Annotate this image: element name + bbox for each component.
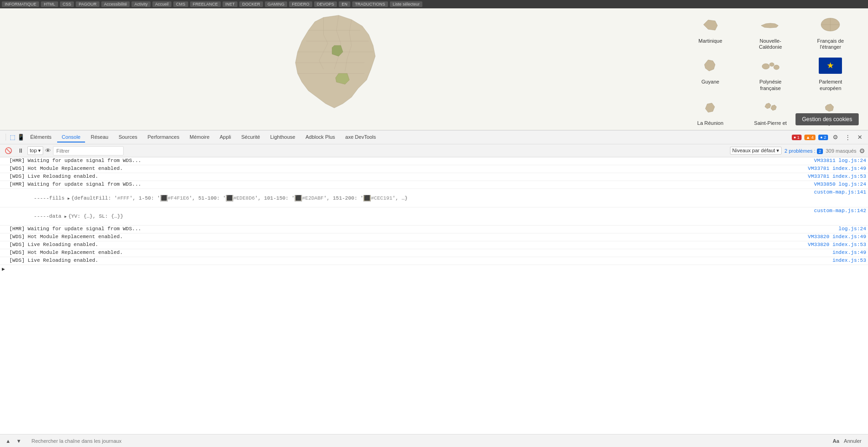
device-icon[interactable]: 📱 [17,134,25,141]
info-badge: ● 2 [818,135,828,140]
console-cursor-line[interactable]: ▶ [0,265,868,273]
tab-memoire[interactable]: Mémoire [185,132,214,143]
saint-pierre-label: Saint-Pierre et [754,120,787,126]
browser-tab[interactable]: Activity [132,1,151,7]
console-toolbar: 🚫 ⏸ top ▾ 👁 Niveaux par défaut ▾ 2 probl… [0,144,868,157]
context-selector[interactable]: top ▾ [27,146,43,155]
devtools-icons-group: ⬚ 📱 [6,134,25,141]
browser-tab[interactable]: PAGOUR [76,1,99,7]
search-up-button[interactable]: ▲ [4,437,13,445]
console-line-link[interactable]: index.js:53 [832,258,866,263]
browser-tab[interactable]: INET [223,1,238,7]
tab-elements[interactable]: Éléments [26,132,56,143]
eye-icon[interactable]: 👁 [45,147,51,154]
tab-sources[interactable]: Sources [114,132,142,143]
search-down-button[interactable]: ▼ [14,437,23,445]
expand-icon[interactable]: ▶ [65,214,67,219]
browser-tab[interactable]: CSS [60,1,74,7]
match-case-button[interactable]: Aa [833,438,839,444]
page-content: Martinique Nouvelle-Calédonie Français d… [0,8,868,130]
france-map-section [0,8,673,130]
console-line-link[interactable]: VM33820 index.js:53 [808,242,866,247]
tab-axe[interactable]: axe DevTools [341,132,381,143]
tab-lighthouse[interactable]: Lighthouse [266,132,300,143]
martinique-icon [697,13,724,36]
tab-securite[interactable]: Sécurité [237,132,264,143]
browser-tab[interactable]: DOCKER [239,1,263,7]
console-line-link[interactable]: log.js:24 [839,226,866,232]
console-line-link[interactable]: VM33781 index.js:49 [808,166,866,171]
eu-flag-icon [816,54,844,77]
console-line: [WDS] Hot Module Replacement enabled. in… [0,249,868,257]
nouvelle-caledonie-label: Nouvelle-Calédonie [759,38,782,50]
cookie-banner[interactable]: Gestion des cookies [796,113,859,125]
console-line-link[interactable]: custom-map.js:142 [814,208,866,214]
tab-performances[interactable]: Performances [143,132,184,143]
browser-tab[interactable]: Accueil [152,1,171,7]
region-la-reunion[interactable]: La Réunion [682,95,738,126]
console-line: [HMR] Waiting for update signal from WDS… [0,157,868,165]
console-line: [HMR] Waiting for update signal from WDS… [0,181,868,189]
devtools-panel: ⬚ 📱 Éléments Console Réseau Sources Perf… [0,130,868,447]
svg-point-4 [769,63,774,66]
console-line: [HMR] Waiting for update signal from WDS… [0,226,868,233]
region-martinique[interactable]: Martinique [682,13,738,50]
problems-badge: 2 [817,149,823,154]
console-line-text: [WDS] Live Reloading enabled. [9,174,803,179]
region-polynesie[interactable]: Polynésiefrançaise [742,54,798,91]
settings-icon[interactable]: ⚙ [831,133,840,142]
browser-tab[interactable]: Liste sélecteur [390,1,422,7]
browser-tab[interactable]: FREELANCE [190,1,221,7]
console-line-text: -----fills ▶{defaultFill: '#FFF', 1-50: … [9,189,809,207]
console-line-link[interactable]: VM33811 log.js:24 [814,158,866,163]
console-line-fills: -----fills ▶{defaultFill: '#FFF', 1-50: … [0,189,868,207]
browser-tab[interactable]: GAMING [265,1,288,7]
browser-tab[interactable]: Accessibilité [101,1,130,7]
browser-tab[interactable]: FEDERO [289,1,312,7]
console-line-text: [WDS] Hot Module Replacement enabled. [9,250,828,255]
console-line-text: [HMR] Waiting for update signal from WDS… [9,226,834,232]
console-line-link[interactable]: index.js:49 [832,250,866,255]
console-line-link[interactable]: custom-map.js:141 [814,189,866,195]
console-filter-input[interactable] [53,146,124,155]
console-line-link[interactable]: VM33850 log.js:24 [814,181,866,187]
polynesie-label: Polynésiefrançaise [759,79,782,91]
browser-tab[interactable]: CMS [173,1,188,7]
close-devtools-icon[interactable]: ✕ [855,133,864,142]
region-guyane[interactable]: Guyane [682,54,738,91]
tab-console[interactable]: Console [57,132,85,143]
pause-icon[interactable]: ⏸ [16,146,26,155]
expand-icon[interactable]: ▶ [67,196,70,201]
tab-adblock[interactable]: Adblock Plus [301,132,340,143]
inspect-icon[interactable]: ⬚ [10,134,15,141]
france-map [262,9,411,130]
region-nouvelle-caledonie[interactable]: Nouvelle-Calédonie [742,13,798,50]
console-line: [WDS] Hot Module Replacement enabled. VM… [0,165,868,173]
console-line: [WDS] Live Reloading enabled. VM33820 in… [0,241,868,249]
console-search-input[interactable] [27,434,829,447]
clear-console-icon[interactable]: 🚫 [3,146,14,155]
console-line-link[interactable]: VM33820 index.js:49 [808,234,866,240]
console-line-text: [HMR] Waiting for update signal from WDS… [9,158,809,163]
browser-tab[interactable]: EN [339,1,350,7]
cancel-search-button[interactable]: Annuler [841,437,864,445]
tab-reseau[interactable]: Réseau [86,132,113,143]
tab-appli[interactable]: Appli [215,132,236,143]
console-line-link[interactable]: VM33781 index.js:53 [808,174,866,179]
browser-tab[interactable]: TRADUCTIONS [352,1,388,7]
region-francais-etranger[interactable]: Français del'étranger [802,13,859,50]
levels-dropdown[interactable]: Niveaux par défaut ▾ [730,147,782,155]
region-saint-pierre[interactable]: Saint-Pierre et [742,95,798,126]
browser-tab[interactable]: INFORMATIQUE [2,1,39,7]
devtools-header-controls: ● 1 ▲ 4 ● 2 ⚙ ⋮ ✕ [792,133,864,142]
region-parlement-europeen[interactable]: Parlementeuropéen [802,54,859,91]
console-settings-icon[interactable]: ⚙ [859,147,865,155]
console-toolbar-left: 🚫 ⏸ top ▾ 👁 [3,146,124,155]
more-options-icon[interactable]: ⋮ [843,133,853,142]
problems-count[interactable]: 2 problèmes : 2 [784,148,823,154]
saint-pierre-icon [756,95,784,118]
browser-tab[interactable]: HTML [41,1,58,7]
la-reunion-label: La Réunion [697,120,723,126]
browser-tab[interactable]: DEVOPS [314,1,337,7]
console-line-text: [WDS] Live Reloading enabled. [9,242,803,247]
